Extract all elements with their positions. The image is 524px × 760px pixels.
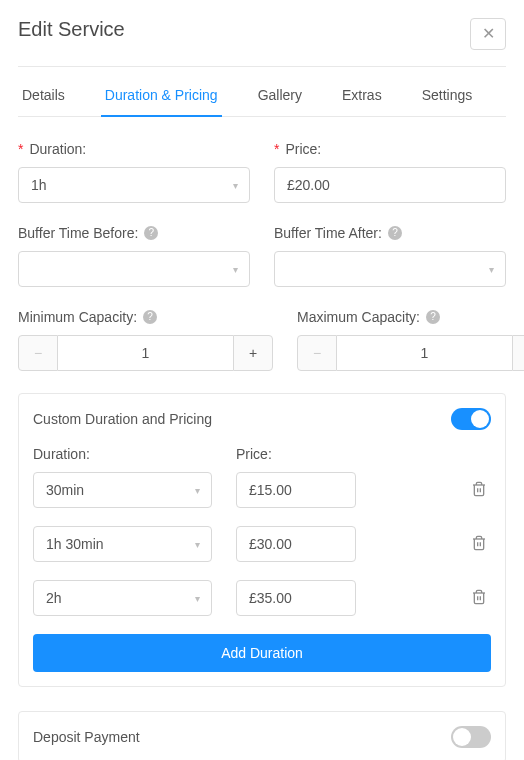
tab-settings[interactable]: Settings <box>418 87 477 117</box>
custom-price-input[interactable] <box>236 472 356 508</box>
tabs: Details Duration & Pricing Gallery Extra… <box>18 87 506 117</box>
modal-title: Edit Service <box>18 18 125 41</box>
custom-duration-select[interactable]: 1h 30min <box>33 526 212 562</box>
custom-price-label: Price: <box>236 446 272 462</box>
tab-duration-pricing[interactable]: Duration & Pricing <box>101 87 222 117</box>
required-star: * <box>274 141 279 157</box>
buffer-before-label: Buffer Time Before: ? <box>18 225 250 241</box>
custom-duration-select[interactable]: 2h <box>33 580 212 616</box>
edit-service-modal: Edit Service ✕ Details Duration & Pricin… <box>0 0 524 760</box>
max-capacity-input[interactable] <box>337 335 512 371</box>
price-label: * Price: <box>274 141 506 157</box>
toggle-thumb <box>453 728 471 746</box>
help-icon[interactable]: ? <box>388 226 402 240</box>
custom-pricing-row: 1h 30min ▾ <box>33 526 491 562</box>
tab-details[interactable]: Details <box>18 87 69 117</box>
help-icon[interactable]: ? <box>143 310 157 324</box>
price-input[interactable] <box>274 167 506 203</box>
required-star: * <box>18 141 23 157</box>
max-capacity-plus-button[interactable]: + <box>512 335 524 371</box>
duration-label: * Duration: <box>18 141 250 157</box>
delete-row-button[interactable] <box>467 531 491 558</box>
min-capacity-plus-button[interactable]: + <box>233 335 273 371</box>
tab-gallery[interactable]: Gallery <box>254 87 306 117</box>
trash-icon <box>471 481 487 497</box>
minus-icon: − <box>34 345 42 361</box>
custom-pricing-row: 30min ▾ <box>33 472 491 508</box>
custom-price-input[interactable] <box>236 526 356 562</box>
deposit-toggle[interactable] <box>451 726 491 748</box>
minus-icon: − <box>313 345 321 361</box>
buffer-before-select[interactable] <box>18 251 250 287</box>
plus-icon: + <box>249 345 257 361</box>
custom-pricing-toggle[interactable] <box>451 408 491 430</box>
delete-row-button[interactable] <box>467 477 491 504</box>
min-capacity-input[interactable] <box>58 335 233 371</box>
min-capacity-label: Minimum Capacity: ? <box>18 309 273 325</box>
duration-select[interactable]: 1h <box>18 167 250 203</box>
custom-pricing-card: Custom Duration and Pricing Duration: Pr… <box>18 393 506 687</box>
custom-duration-select[interactable]: 30min <box>33 472 212 508</box>
custom-duration-label: Duration: <box>33 446 212 462</box>
custom-price-input[interactable] <box>236 580 356 616</box>
max-capacity-label: Maximum Capacity: ? <box>297 309 524 325</box>
custom-pricing-row: 2h ▾ <box>33 580 491 616</box>
custom-pricing-title: Custom Duration and Pricing <box>33 411 212 427</box>
toggle-thumb <box>471 410 489 428</box>
buffer-after-select[interactable] <box>274 251 506 287</box>
modal-header: Edit Service ✕ <box>18 18 506 67</box>
min-capacity-minus-button[interactable]: − <box>18 335 58 371</box>
trash-icon <box>471 589 487 605</box>
close-button[interactable]: ✕ <box>470 18 506 50</box>
add-duration-button[interactable]: Add Duration <box>33 634 491 672</box>
help-icon[interactable]: ? <box>426 310 440 324</box>
deposit-card: Deposit Payment <box>18 711 506 760</box>
delete-row-button[interactable] <box>467 585 491 612</box>
max-capacity-minus-button[interactable]: − <box>297 335 337 371</box>
help-icon[interactable]: ? <box>144 226 158 240</box>
tab-extras[interactable]: Extras <box>338 87 386 117</box>
buffer-after-label: Buffer Time After: ? <box>274 225 506 241</box>
close-icon: ✕ <box>482 26 495 42</box>
trash-icon <box>471 535 487 551</box>
deposit-title: Deposit Payment <box>33 729 140 745</box>
